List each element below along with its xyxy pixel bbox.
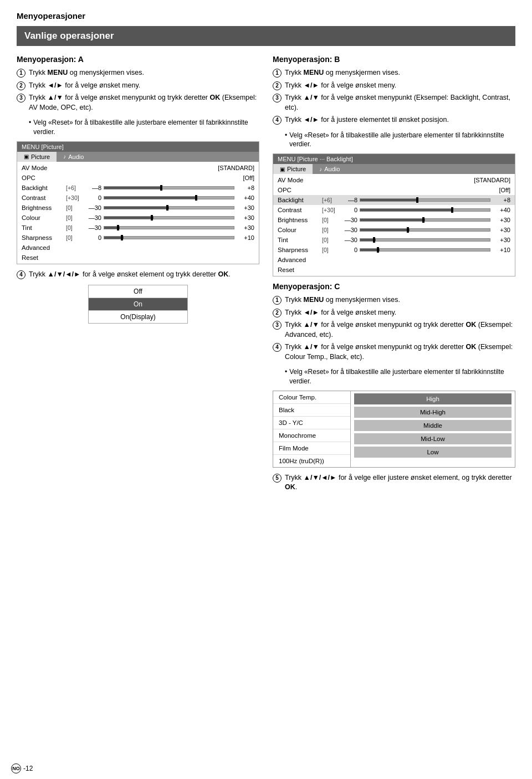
picture-icon-a: ▣ — [24, 153, 29, 160]
ct-option-low[interactable]: Low — [354, 447, 511, 458]
avmode-label-a: AV Mode — [22, 165, 66, 171]
backlight-slider-b — [360, 198, 490, 202]
menu-tab-audio-a[interactable]: ♪ Audio — [57, 152, 90, 162]
page-header: Menyoperasjoner — [17, 11, 515, 20]
menu-rows-b: AV Mode [STANDARD] OPC [Off] Backlight [… — [273, 174, 515, 276]
brightness-label-b: Brightness — [278, 217, 322, 223]
tint-label-b: Tint — [278, 237, 322, 243]
ct-item-monochrome: Monochrome — [273, 429, 350, 442]
menu-row-brightness-a: Brightness [0] —30 +30 — [17, 203, 259, 213]
backlight-right-a: +8 — [237, 184, 254, 191]
sharpness-slider-a — [104, 236, 234, 239]
ct-option-high[interactable]: High — [354, 393, 511, 404]
menu-tab-picture-b[interactable]: ▣ Picture — [273, 164, 313, 174]
menu-row-tint-b: Tint [0] —30 +30 — [273, 235, 515, 245]
step-num-4a: 4 — [17, 270, 25, 279]
menu-header-b: MENU [Picture ··· Backlight] — [273, 154, 515, 164]
op-c-step-4: 4 Trykk ▲/▼ for å velge ønsket menypunkt… — [273, 342, 515, 362]
menu-row-contrast-b: Contrast [+30] 0 +40 — [273, 205, 515, 215]
sharpness-label-a: Sharpness — [22, 234, 66, 241]
advanced-label-a: Advanced — [22, 244, 66, 251]
colour-bracket-a: [0] — [66, 214, 86, 221]
colour-right-a: +30 — [237, 214, 254, 221]
step-num-5c: 5 — [273, 474, 282, 483]
colour-slider-b — [360, 228, 490, 232]
tint-bracket-a: [0] — [66, 224, 86, 231]
op-c-step-5: 5 Trykk ▲/▼/◄/► for å velge eller juster… — [273, 473, 515, 493]
step-num-3c: 3 — [273, 321, 282, 330]
contrast-val-a: 0 — [86, 194, 101, 201]
dropdown-off[interactable]: Off — [89, 285, 187, 298]
step-text-2c: Trykk ◄/► for å velge ønsket meny. — [285, 308, 515, 318]
brightness-slider-b — [360, 218, 490, 222]
op-c-heading: Menyoperasjon: C — [273, 282, 515, 291]
menu-row-advanced-a: Advanced — [17, 243, 259, 253]
op-a-steps: 1 Trykk MENU og menyskjermen vises. 2 Tr… — [17, 68, 259, 112]
ct-item-100hz: 100Hz (truD(R)) — [273, 455, 350, 467]
tint-slider-a — [104, 226, 234, 229]
menu-row-brightness-b: Brightness [0] —30 +30 — [273, 215, 515, 225]
tint-bracket-b: [0] — [322, 237, 342, 243]
sharpness-val-b: 0 — [342, 247, 357, 253]
advanced-label-b: Advanced — [278, 257, 322, 263]
tint-slider-b — [360, 238, 490, 242]
footer-text: -12 — [23, 765, 33, 772]
step-text-2: Trykk ◄/► for å velge ønsket meny. — [29, 81, 259, 91]
audio-icon-b: ♪ — [319, 166, 322, 172]
brightness-right-a: +30 — [237, 204, 254, 211]
backlight-val-b: —8 — [342, 197, 357, 203]
tint-right-b: +30 — [493, 237, 510, 243]
backlight-bracket-b: [+6] — [322, 197, 342, 203]
menu-tab-audio-label-a: Audio — [68, 153, 84, 160]
menu-row-avmode-b: AV Mode [STANDARD] — [273, 175, 515, 185]
menu-row-reset-a: Reset — [17, 253, 259, 263]
ct-item-black: Black — [273, 404, 350, 417]
menu-tab-picture-a[interactable]: ▣ Picture — [17, 152, 57, 162]
op-c-step-2: 2 Trykk ◄/► for å velge ønsket meny. — [273, 308, 515, 318]
opc-val-b: [Off] — [499, 187, 510, 193]
menu-rows-a: AV Mode [STANDARD] OPC [Off] Backlight [… — [17, 162, 259, 264]
dropdown-on[interactable]: On — [89, 298, 187, 311]
op-c-step-1: 1 Trykk MENU og menyskjermen vises. — [273, 295, 515, 305]
brightness-bracket-a: [0] — [66, 204, 86, 211]
operation-c-section: Menyoperasjon: C 1 Trykk MENU og menyskj… — [273, 282, 515, 493]
tint-val-b: —30 — [342, 237, 357, 243]
contrast-right-a: +40 — [237, 194, 254, 201]
step-text-3b: Trykk ▲/▼ for å velge ønsket menypunkt (… — [285, 93, 515, 112]
op-b-bullet: Velg «Reset» for å tilbakestille alle ju… — [285, 131, 515, 150]
ct-item-3dyc: 3D - Y/C — [273, 417, 350, 429]
tint-val-a: —30 — [86, 224, 101, 231]
sharpness-label-b: Sharpness — [278, 247, 322, 253]
menu-row-sharpness-b: Sharpness [0] 0 +10 — [273, 245, 515, 255]
colour-label-b: Colour — [278, 227, 322, 233]
step-num-4b: 4 — [273, 116, 282, 125]
menu-ui-a: MENU [Picture] ▣ Picture ♪ Audio AV Mode… — [17, 141, 259, 264]
step-text-4c: Trykk ▲/▼ for å velge ønsket menypunkt o… — [285, 342, 515, 362]
sharpness-right-b: +10 — [493, 247, 510, 253]
menu-tab-picture-label-b: Picture — [287, 166, 306, 172]
op-a-heading: Menyoperasjon: A — [17, 55, 259, 64]
colour-val-b: —30 — [342, 227, 357, 233]
step-text-3c: Trykk ▲/▼ for å velge ønsket menypunkt o… — [285, 320, 515, 340]
menu-tabs-a: ▣ Picture ♪ Audio — [17, 152, 259, 162]
backlight-right-b: +8 — [493, 197, 510, 203]
opc-label-a: OPC — [22, 175, 66, 181]
menu-header-a: MENU [Picture] — [17, 142, 259, 152]
menu-row-sharpness-a: Sharpness [0] 0 +10 — [17, 233, 259, 243]
menu-tab-audio-b[interactable]: ♪ Audio — [313, 164, 346, 174]
op-b-step-2: 2 Trykk ◄/► for å velge ønsket meny. — [273, 81, 515, 91]
colour-slider-a — [104, 216, 234, 219]
ct-option-midlow[interactable]: Mid-Low — [354, 433, 511, 444]
avmode-label-b: AV Mode — [278, 177, 322, 183]
op-b-step-3: 3 Trykk ▲/▼ for å velge ønsket menypunkt… — [273, 93, 515, 112]
ct-option-midhigh[interactable]: Mid-High — [354, 407, 511, 418]
brightness-val-b: —30 — [342, 217, 357, 223]
reset-label-a: Reset — [22, 254, 66, 261]
ct-option-middle[interactable]: Middle — [354, 420, 511, 431]
menu-row-backlight-b: Backlight [+6] —8 +8 — [273, 195, 515, 205]
op-a-step-3: 3 Trykk ▲/▼ for å velge ønsket menypunkt… — [17, 93, 259, 112]
sharpness-slider-b — [360, 248, 490, 252]
backlight-bracket-a: [+6] — [66, 184, 86, 191]
dropdown-on-display[interactable]: On(Display) — [89, 311, 187, 323]
contrast-label-b: Contrast — [278, 207, 322, 213]
